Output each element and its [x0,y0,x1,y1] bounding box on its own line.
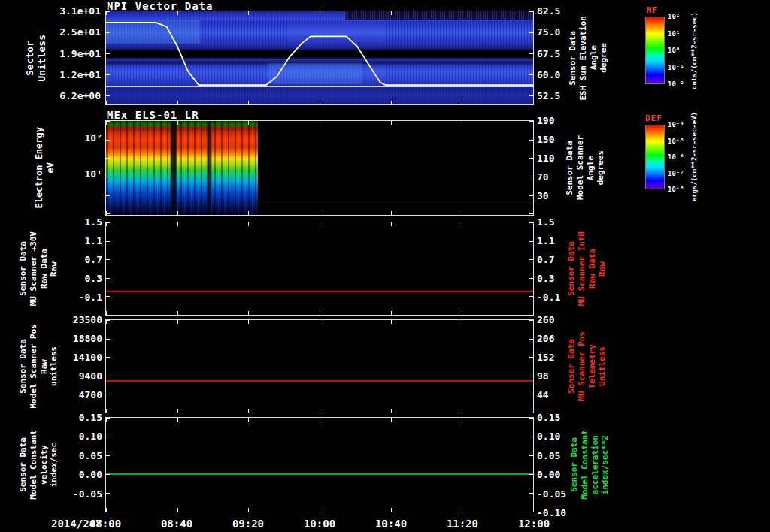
axis-label-line: MU Scanner IntH [578,231,587,306]
panel2-title: MEx ELS-01 LR [107,109,199,121]
y-tick-label: 82.5 [537,6,560,16]
time-tick-label: 10:00 [304,518,335,530]
x-tick-marks [106,222,533,226]
sun-elevation-line [106,23,533,85]
axis-label-line: Raw Data [588,249,598,289]
axis-label-line: Sensor Data [19,437,29,492]
axis-label-line: Model Scanner Pos [29,324,39,409]
axis-label-line: Unitless [598,346,608,386]
panel1-right-ticks: 82.5 75.0 67.5 60.0 52.5 [537,11,568,105]
axis-label-line: degrees [596,150,606,185]
y-tick-label: 60.0 [537,70,560,80]
y-tick-label: -0.05 [537,488,566,498]
axis-label-line: unitless [50,346,59,386]
y-tick-label: 67.5 [537,48,560,58]
colorbar-tick-label: 10² [668,13,680,20]
y-tick-label: -0.1 [537,292,560,302]
model-constant-velocity-line [106,473,533,475]
y-tick-label: 9400 [79,371,102,381]
y-tick-label: 1.5 [85,217,102,227]
y-tick-label: -0.1 [79,292,102,302]
y-tick-label: 152 [537,352,554,362]
axis-label-line: velocity [40,445,50,485]
y-tick-label: 0.05 [79,450,102,460]
y-tick-label: 10² [85,132,102,142]
axis-label-line: Unitless [37,35,48,82]
x-tick-marks [106,320,533,324]
y-tick-label: 1.1 [85,236,102,246]
y-tick-label: 1.2e+01 [59,70,101,80]
y-tick-label: 70 [537,172,549,182]
colorbar-def [645,125,665,189]
panel2-left-axis-label: Electron Energy eV [33,120,57,216]
x-tick-marks [106,508,533,512]
panel5-right-ticks: 0.15 0.10 0.05 0.00 -0.05 -0.10 [537,417,567,512]
panel2-right-axis-label: Sensor Data Model Scanner Angle degrees [565,120,606,216]
panel4-left-ticks: 23500 18800 14100 9400 4700 [68,319,102,413]
panel1-right-axis-label: Sensor Data ESH Sun Elevation Angle degr… [568,11,609,105]
axis-label-line: Sensor Data [567,241,577,296]
panel4-left-axis-label: Sensor Data Model Scanner Pos Raw unitle… [15,319,63,413]
time-tick-label: 08:40 [161,518,192,530]
panel1-left-ticks: 3.1e+01 2.5e+01 1.9e+01 1.2e+01 6.2e+00 [56,11,101,105]
y-tick-label: 1.1 [537,236,554,246]
colorbar-nf-title: NF [647,5,658,15]
panel5-left-ticks: 0.15 0.10 0.05 0.00 -0.05 [68,417,102,512]
y-tick-label: -0.05 [73,488,102,498]
axis-label-line: Model Constant [29,430,39,500]
mu-scanner-30v-plot [105,222,534,316]
y-tick-label: 150 [537,135,554,144]
axis-label-line: Sensor Data [570,437,580,492]
axis-label-line: Raw Data [40,249,50,289]
y-tick-marks [529,222,533,315]
y-tick-marks [106,121,110,215]
x-tick-marks [106,418,533,422]
y-tick-label: 30 [537,191,549,201]
colorbar-tick-label: 10⁻⁵ [668,138,684,145]
y-tick-marks [106,320,110,413]
colorbar-nf-unit: cnts/(cm**2-sr-sec) [689,11,699,90]
y-tick-marks [529,11,533,104]
axis-label-line: Sensor Data [567,339,577,394]
axis-label-line: index/sec [50,443,59,488]
y-tick-label: 18800 [73,334,102,343]
colorbar-tick-label: 10⁻⁷ [668,170,684,177]
y-tick-label: -0.10 [537,508,566,518]
time-tick-label: 10:40 [375,518,407,530]
y-tick-label: 4700 [79,390,102,400]
colorbar-def-title: DEF [645,113,662,123]
axis-label-line: eV [46,162,56,173]
model-constant-velocity-plot [105,417,534,512]
time-axis: 08:00 08:40 09:20 10:00 10:40 11:20 12:0… [105,518,534,531]
axis-label-line: Model Constant [581,430,590,500]
y-tick-label: 0.15 [79,413,102,422]
axis-label-line: MU Scanner Pos [578,331,587,401]
panel2-left-ticks: 10² 10¹ [77,120,102,216]
y-tick-label: 0.00 [537,470,560,479]
y-tick-label: 0.7 [85,255,102,264]
y-tick-label: 0.3 [537,274,554,283]
y-tick-label: 0.05 [537,450,560,460]
axis-label-line: Sector [25,41,36,76]
y-tick-label: 23500 [73,315,102,325]
axis-label-line: Sensor Data [565,141,575,195]
y-tick-label: 52.5 [537,91,560,101]
time-tick-label: 12:00 [518,518,550,530]
y-tick-label: 10¹ [85,169,102,179]
unit-label: ergs/(cm**2-sr-sec-eV) [690,112,698,201]
colorbar-tick-label: 10¹ [668,30,680,38]
y-tick-label: 3.1e+01 [59,6,101,16]
model-scanner-pos-line [106,380,533,382]
axis-label-line: Sensor Data [19,339,29,394]
mu-scanner-30v-line [106,291,533,292]
panel5-left-axis-label: Sensor Data Model Constant velocity inde… [15,417,63,512]
x-tick-marks [106,311,533,315]
y-tick-label: 44 [537,390,549,400]
y-tick-label: 260 [537,315,554,325]
y-tick-label: 0.7 [537,255,554,264]
axis-label-line: degree [599,43,609,73]
panel3-right-ticks: 1.5 1.1 0.7 0.3 -0.1 [537,222,562,316]
y-tick-label: 75.0 [537,27,560,37]
time-tick-label: 09:20 [232,518,264,530]
panel5-right-axis-label: Sensor Data Model Constant acceleration … [568,417,612,512]
